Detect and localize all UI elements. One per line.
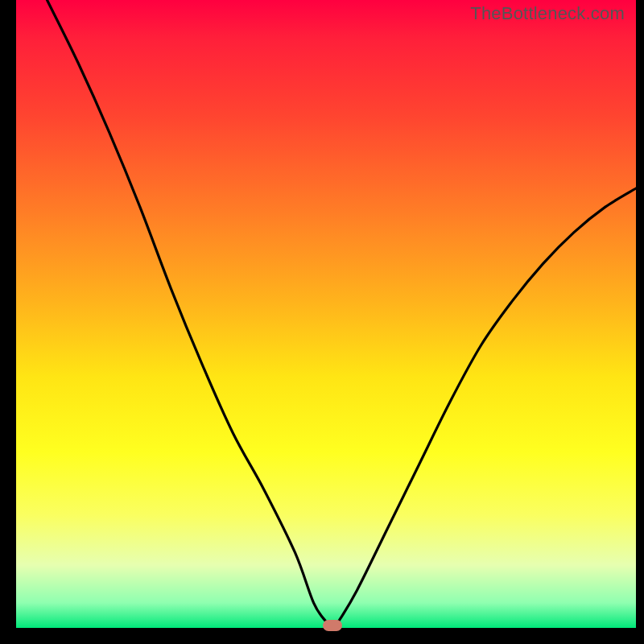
- plot-area: TheBottleneck.com: [16, 0, 636, 628]
- curve-path: [47, 0, 637, 628]
- optimal-marker: [323, 620, 342, 631]
- bottleneck-curve: [16, 0, 636, 628]
- chart-frame: TheBottleneck.com: [0, 0, 644, 644]
